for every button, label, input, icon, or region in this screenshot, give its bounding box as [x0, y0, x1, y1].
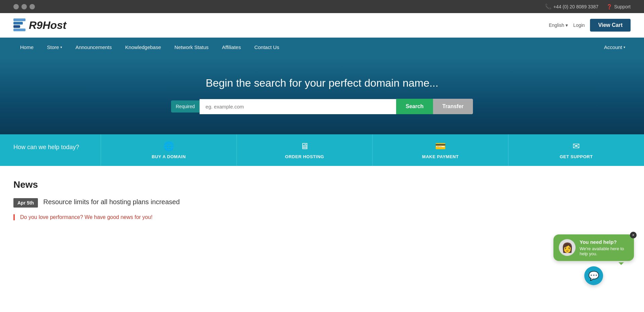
nav-affiliates-label: Affiliates	[222, 44, 241, 50]
window-btn-1	[13, 4, 19, 9]
get-support-label: GET SUPPORT	[560, 154, 593, 159]
buy-domain-label: BUY A DOMAIN	[152, 154, 186, 159]
header-actions: English ▾ Login View Cart	[549, 19, 631, 32]
nav-right: Account ▾	[599, 38, 631, 57]
logo[interactable]: R9Host	[13, 18, 66, 32]
news-content: Do you love performance? We have good ne…	[13, 214, 631, 220]
make-payment-action[interactable]: 💳 MAKE PAYMENT	[372, 134, 508, 166]
domain-search-bar: Required Search Transfer	[171, 99, 473, 114]
chevron-down-icon: ▾	[566, 23, 568, 28]
nav-account[interactable]: Account ▾	[599, 38, 631, 57]
phone-number: +44 (0) 20 8089 3387	[553, 4, 598, 9]
navbar: Home Store ▾ Announcements Knowledgebase…	[0, 38, 644, 57]
window-controls	[13, 4, 35, 9]
nav-knowledgebase-label: Knowledgebase	[125, 44, 161, 50]
hero-section: Begin the search for your perfect domain…	[0, 57, 644, 134]
header: R9Host English ▾ Login View Cart	[0, 13, 644, 38]
phone-icon: 📞	[545, 3, 551, 10]
make-payment-label: MAKE PAYMENT	[422, 154, 459, 159]
phone-contact: 📞 +44 (0) 20 8089 3387	[545, 3, 598, 10]
hosting-icon: 🖥	[300, 141, 309, 151]
nav-knowledgebase[interactable]: Knowledgebase	[118, 38, 168, 57]
help-actions: 🌐 BUY A DOMAIN 🖥 ORDER HOSTING 💳 MAKE PA…	[101, 134, 644, 166]
news-title: News	[13, 179, 631, 190]
news-section: News Apr 5th Resource limits for all hos…	[0, 166, 644, 234]
top-bar-right: 📞 +44 (0) 20 8089 3387 ❓ Support	[545, 3, 631, 10]
nav-network-status[interactable]: Network Status	[168, 38, 215, 57]
question-icon: ❓	[606, 4, 612, 9]
payment-icon: 💳	[435, 141, 446, 151]
window-btn-2	[21, 4, 27, 9]
logo-text: R9Host	[29, 19, 66, 32]
help-bar: How can we help today? 🌐 BUY A DOMAIN 🖥 …	[0, 134, 644, 166]
nav-affiliates[interactable]: Affiliates	[215, 38, 248, 57]
nav-account-arrow: ▾	[624, 45, 625, 49]
nav-contact[interactable]: Contact Us	[248, 38, 286, 57]
domain-input[interactable]	[200, 99, 396, 114]
news-item: Apr 5th Resource limits for all hosting …	[13, 198, 631, 208]
nav-store-label: Store	[47, 44, 59, 50]
language-label: English	[549, 23, 564, 28]
top-bar: 📞 +44 (0) 20 8089 3387 ❓ Support	[0, 0, 644, 13]
support-label: Support	[614, 4, 631, 9]
window-btn-3	[30, 4, 35, 9]
nav-account-label: Account	[604, 44, 622, 50]
logo-icon	[13, 18, 25, 32]
search-button[interactable]: Search	[396, 99, 433, 114]
news-excerpt: Do you love performance? We have good ne…	[20, 214, 631, 220]
language-selector[interactable]: English ▾	[549, 23, 568, 28]
nav-left: Home Store ▾ Announcements Knowledgebase…	[13, 38, 286, 57]
help-question: How can we help today?	[0, 134, 101, 166]
news-date: Apr 5th	[13, 198, 38, 208]
nav-home-label: Home	[20, 44, 34, 50]
buy-domain-action[interactable]: 🌐 BUY A DOMAIN	[101, 134, 236, 166]
news-headline[interactable]: Resource limits for all hosting plans in…	[43, 198, 180, 206]
nav-store[interactable]: Store ▾	[40, 38, 69, 57]
nav-announcements-label: Announcements	[75, 44, 112, 50]
support-icon: ✉	[573, 141, 580, 151]
nav-contact-label: Contact Us	[254, 44, 279, 50]
hero-title: Begin the search for your perfect domain…	[206, 77, 438, 89]
view-cart-button[interactable]: View Cart	[590, 19, 631, 32]
get-support-action[interactable]: ✉ GET SUPPORT	[508, 134, 644, 166]
nav-announcements[interactable]: Announcements	[69, 38, 118, 57]
nav-home[interactable]: Home	[13, 38, 40, 57]
login-button[interactable]: Login	[573, 23, 585, 28]
globe-icon: 🌐	[163, 141, 174, 151]
nav-store-arrow: ▾	[60, 45, 62, 49]
transfer-button[interactable]: Transfer	[433, 99, 473, 114]
order-hosting-action[interactable]: 🖥 ORDER HOSTING	[236, 134, 372, 166]
nav-network-status-label: Network Status	[174, 44, 209, 50]
support-link[interactable]: ❓ Support	[606, 4, 631, 9]
required-badge: Required	[171, 100, 200, 113]
order-hosting-label: ORDER HOSTING	[285, 154, 324, 159]
